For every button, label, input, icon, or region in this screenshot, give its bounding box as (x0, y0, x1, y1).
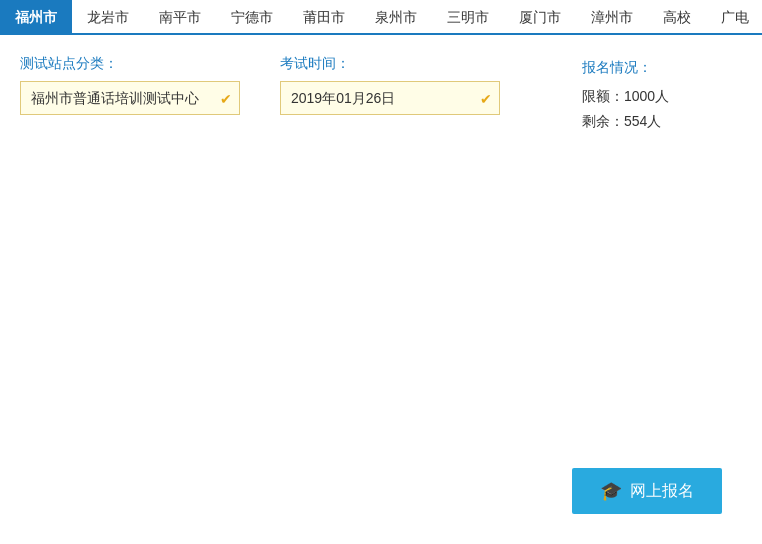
reg-remain-line: 剩余：554人 (582, 109, 742, 134)
station-label: 测试站点分类： (20, 55, 240, 73)
time-group: 考试时间： 2019年01月26日 ✔ (280, 55, 500, 115)
page-wrapper: 福州市龙岩市南平市宁德市莆田市泉州市三明市厦门市漳州市高校广电中专∧ 测试站点分… (0, 0, 762, 544)
graduation-cap-icon: 🎓 (600, 480, 622, 502)
register-button[interactable]: 🎓 网上报名 (572, 468, 722, 514)
reg-remain-value: 554人 (624, 113, 661, 129)
reg-info: 报名情况： 限额：1000人 剩余：554人 (582, 55, 742, 135)
time-select-wrapper: 2019年01月26日 ✔ (280, 81, 500, 115)
form-row: 测试站点分类： 福州市普通话培训测试中心 ✔ 考试时间： 2019年01月26日… (20, 55, 742, 135)
time-label: 考试时间： (280, 55, 500, 73)
tab-item-宁德市[interactable]: 宁德市 (216, 0, 288, 35)
reg-remain-label: 剩余： (582, 113, 624, 129)
tab-item-厦门市[interactable]: 厦门市 (504, 0, 576, 35)
reg-limit-value: 1000人 (624, 88, 669, 104)
register-button-label: 网上报名 (630, 481, 694, 502)
reg-limit-label: 限额： (582, 88, 624, 104)
station-group: 测试站点分类： 福州市普通话培训测试中心 ✔ (20, 55, 240, 115)
tab-item-高校[interactable]: 高校 (648, 0, 706, 35)
tab-bar: 福州市龙岩市南平市宁德市莆田市泉州市三明市厦门市漳州市高校广电中专∧ (0, 0, 762, 35)
reg-limit-line: 限额：1000人 (582, 84, 742, 109)
tab-item-福州市[interactable]: 福州市 (0, 0, 72, 35)
time-select[interactable]: 2019年01月26日 (280, 81, 500, 115)
tab-item-广电[interactable]: 广电 (706, 0, 762, 35)
tab-item-三明市[interactable]: 三明市 (432, 0, 504, 35)
tab-item-泉州市[interactable]: 泉州市 (360, 0, 432, 35)
reg-info-title: 报名情况： (582, 55, 742, 80)
tab-item-南平市[interactable]: 南平市 (144, 0, 216, 35)
content-area: 测试站点分类： 福州市普通话培训测试中心 ✔ 考试时间： 2019年01月26日… (0, 35, 762, 161)
tab-item-漳州市[interactable]: 漳州市 (576, 0, 648, 35)
tab-item-莆田市[interactable]: 莆田市 (288, 0, 360, 35)
station-select-wrapper: 福州市普通话培训测试中心 ✔ (20, 81, 240, 115)
station-select[interactable]: 福州市普通话培训测试中心 (20, 81, 240, 115)
tab-item-龙岩市[interactable]: 龙岩市 (72, 0, 144, 35)
